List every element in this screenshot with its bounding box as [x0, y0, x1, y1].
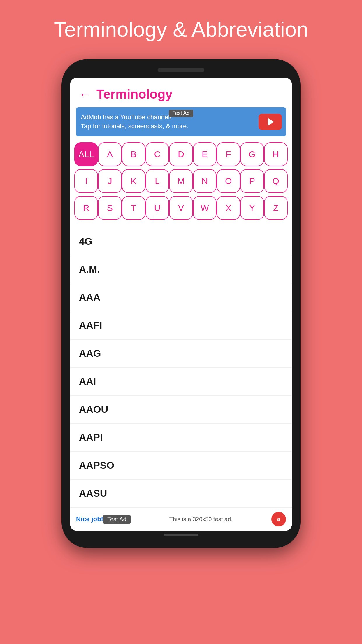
page-title-area: Terminology & Abbreviation — [36, 0, 326, 59]
terms-list: 4GA.M.AAAAAFIAAGAAIAAOUAAPIAAPSOAASU — [70, 228, 292, 508]
bottom-ad-nice-job: Nice job! — [76, 515, 103, 523]
back-button[interactable]: ← — [79, 88, 91, 101]
phone-screen: ← Terminology AdMob has a YouTube channe… — [70, 78, 292, 531]
bottom-ad-bar: Nice job! Test Ad This is a 320x50 test … — [70, 508, 292, 531]
alpha-btn-z[interactable]: Z — [264, 196, 288, 220]
alpha-btn-r[interactable]: R — [74, 196, 98, 220]
alpha-btn-q[interactable]: Q — [264, 169, 288, 193]
alphabet-row-1: ALL A B C D E F G H — [74, 142, 288, 166]
alpha-btn-c[interactable]: C — [145, 142, 169, 166]
ad-line1: AdMob has a YouTube channel! — [81, 113, 254, 122]
term-item[interactable]: 4G — [70, 228, 292, 256]
alpha-btn-a[interactable]: A — [98, 142, 122, 166]
ad-banner[interactable]: AdMob has a YouTube channel! Tap for tut… — [76, 107, 286, 136]
term-item[interactable]: AAG — [70, 340, 292, 368]
ad-test-badge: Test Ad — [169, 110, 193, 117]
phone-speaker — [158, 68, 204, 72]
alpha-btn-d[interactable]: D — [169, 142, 193, 166]
term-item[interactable]: AAI — [70, 368, 292, 396]
term-item[interactable]: A.M. — [70, 256, 292, 284]
alpha-btn-o[interactable]: O — [217, 169, 240, 193]
alpha-btn-f[interactable]: F — [217, 142, 240, 166]
alpha-btn-y[interactable]: Y — [240, 196, 264, 220]
alpha-btn-k[interactable]: K — [122, 169, 145, 193]
screen-title: Terminology — [96, 87, 173, 102]
alphabet-row-2: I J K L M N O P Q — [74, 169, 288, 193]
alpha-btn-j[interactable]: J — [98, 169, 122, 193]
alpha-btn-l[interactable]: L — [145, 169, 169, 193]
alpha-btn-e[interactable]: E — [193, 142, 217, 166]
term-item[interactable]: AAOU — [70, 396, 292, 424]
term-item[interactable]: AASU — [70, 480, 292, 508]
alpha-btn-h[interactable]: H — [264, 142, 288, 166]
page-title: Terminology & Abbreviation — [36, 18, 326, 41]
term-item[interactable]: AAA — [70, 284, 292, 312]
admob-logo: a — [271, 512, 286, 526]
alpha-btn-all[interactable]: ALL — [74, 142, 98, 166]
youtube-play-button[interactable] — [259, 114, 282, 130]
alpha-btn-x[interactable]: X — [217, 196, 240, 220]
alpha-btn-t[interactable]: T — [122, 196, 145, 220]
term-item[interactable]: AAPSO — [70, 452, 292, 480]
alpha-btn-m[interactable]: M — [169, 169, 193, 193]
home-indicator — [164, 534, 198, 536]
term-item[interactable]: AAPI — [70, 424, 292, 452]
play-icon — [268, 118, 274, 126]
bottom-ad-test-badge: Test Ad — [103, 515, 131, 524]
alpha-btn-p[interactable]: P — [240, 169, 264, 193]
alphabet-row-3: R S T U V W X Y Z — [74, 196, 288, 220]
term-item[interactable]: AAFI — [70, 312, 292, 340]
alpha-btn-g[interactable]: G — [240, 142, 264, 166]
alpha-btn-b[interactable]: B — [122, 142, 145, 166]
alpha-btn-i[interactable]: I — [74, 169, 98, 193]
ad-line2: Tap for tutorials, screencasts, & more. — [81, 122, 254, 131]
alpha-btn-n[interactable]: N — [193, 169, 217, 193]
ad-text-area: AdMob has a YouTube channel! Tap for tut… — [76, 110, 259, 134]
screen-header: ← Terminology — [70, 78, 292, 107]
bottom-ad-description: This is a 320x50 test ad. — [131, 516, 271, 523]
phone-bottom — [70, 531, 292, 539]
phone-frame: ← Terminology AdMob has a YouTube channe… — [61, 59, 301, 548]
alpha-btn-v[interactable]: V — [169, 196, 193, 220]
alpha-btn-s[interactable]: S — [98, 196, 122, 220]
alphabet-selector: ALL A B C D E F G H I J K L M N O P Q — [70, 142, 292, 228]
alpha-btn-u[interactable]: U — [145, 196, 169, 220]
alpha-btn-w[interactable]: W — [193, 196, 217, 220]
